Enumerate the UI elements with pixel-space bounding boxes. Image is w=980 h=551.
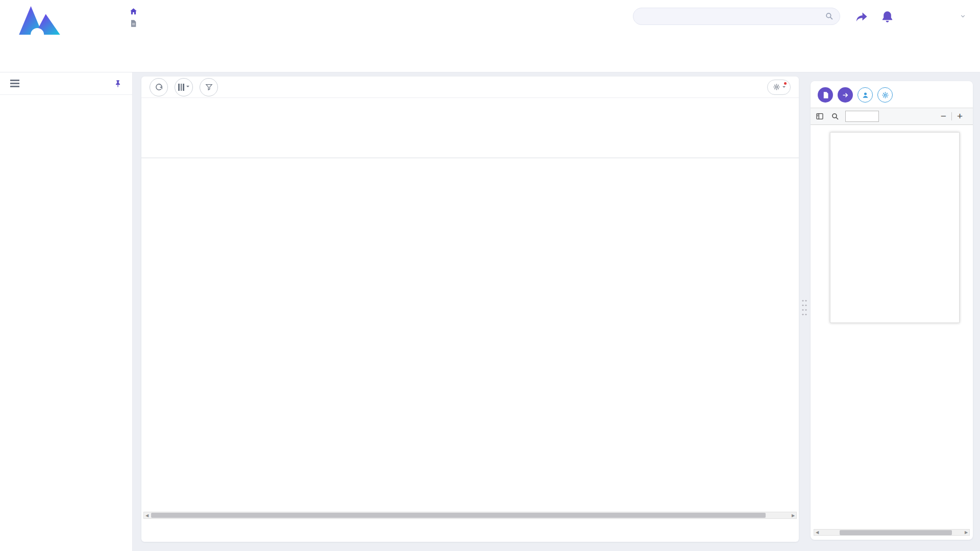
table-settings-button[interactable]: [767, 80, 791, 95]
zoom-out-button[interactable]: −: [936, 111, 951, 122]
page-number-input[interactable]: [845, 111, 879, 122]
chevron-down-icon: [960, 13, 966, 19]
top-bar: [0, 0, 980, 72]
scroll-left-arrow[interactable]: ◀: [144, 512, 150, 518]
magnifier-icon[interactable]: [831, 112, 839, 120]
columns-button[interactable]: [175, 78, 193, 96]
status-filter-tabs: [141, 98, 799, 123]
horizontal-scrollbar[interactable]: ◀ ▶: [143, 512, 797, 519]
pdf-page[interactable]: [830, 132, 960, 323]
chevron-down-icon: [782, 86, 786, 89]
gear-icon: [773, 83, 780, 91]
tab-bar: [136, 64, 164, 72]
sidebar: [0, 72, 133, 551]
zoom-controls: − +: [936, 111, 968, 122]
document-icon: [129, 19, 137, 28]
scroll-left-arrow[interactable]: ◀: [814, 530, 820, 535]
filter-button[interactable]: [200, 78, 218, 96]
sidebar-menu-header: [0, 72, 132, 95]
notification-dot: [784, 82, 787, 85]
columns-icon: [178, 84, 189, 91]
gear-icon: [881, 91, 889, 99]
person-icon: [862, 91, 869, 99]
logo-mountain-icon: [13, 4, 64, 37]
pin-icon[interactable]: [114, 80, 122, 88]
pdf-view-button[interactable]: [818, 87, 833, 103]
preview-settings-button[interactable]: [877, 87, 893, 103]
scroll-right-arrow[interactable]: ▶: [790, 512, 796, 518]
bell-icon[interactable]: [880, 10, 894, 24]
scrollbar-thumb[interactable]: [151, 513, 766, 518]
table-header-row: [141, 123, 799, 138]
open-invoice-button[interactable]: [838, 87, 853, 103]
scrollbar-track[interactable]: [150, 512, 790, 518]
search-input[interactable]: [633, 8, 840, 25]
breadcrumb: [129, 7, 152, 16]
preview-panel: − + ◀ ▶: [811, 81, 973, 540]
hamburger-icon[interactable]: [10, 83, 19, 84]
table-footer: [141, 521, 799, 542]
funnel-icon: [205, 83, 213, 91]
search-icon[interactable]: [825, 12, 834, 20]
arrow-right-icon: [842, 91, 849, 99]
page-title-row: [129, 19, 142, 28]
invoice-table-card: ◀ ▶: [141, 77, 799, 542]
scrollbar-thumb[interactable]: [840, 530, 952, 535]
zoom-in-button[interactable]: +: [952, 111, 968, 122]
table-toolbar: [141, 77, 799, 98]
preview-horizontal-scrollbar[interactable]: ◀ ▶: [814, 529, 970, 536]
table-filter-row: [141, 138, 799, 158]
pdf-file-icon: [822, 91, 829, 99]
app-logo[interactable]: [8, 4, 69, 60]
assign-user-button[interactable]: [857, 87, 873, 103]
pdf-toolbar: − +: [811, 108, 973, 125]
panel-resize-handle[interactable]: [801, 298, 807, 317]
home-icon[interactable]: [129, 7, 138, 16]
share-icon[interactable]: [855, 10, 869, 24]
refresh-icon: [155, 83, 163, 91]
preview-actions: [811, 81, 973, 103]
user-menu[interactable]: [955, 13, 966, 19]
scrollbar-track[interactable]: [820, 530, 963, 535]
global-search: [633, 8, 840, 25]
sidebar-toggle-icon[interactable]: [816, 112, 824, 120]
scroll-right-arrow[interactable]: ▶: [963, 530, 969, 535]
refresh-button[interactable]: [150, 78, 168, 96]
